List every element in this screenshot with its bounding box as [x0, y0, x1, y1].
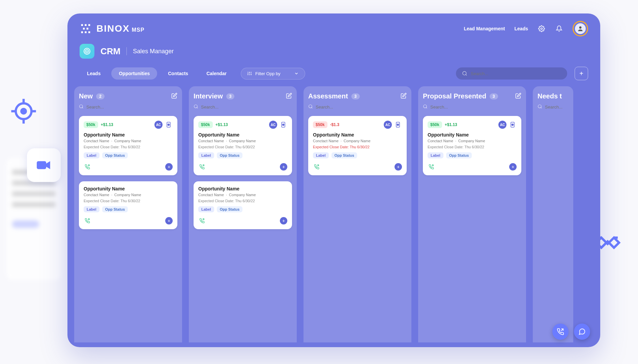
column-search-input[interactable]	[201, 104, 292, 110]
account-icon: $	[509, 121, 517, 129]
search-icon	[538, 104, 542, 110]
svg-rect-14	[88, 31, 90, 33]
column-search-input[interactable]	[316, 104, 407, 110]
kanban-column: Interview3$50k+$1.13AC$Opportunity NameC…	[189, 86, 297, 342]
edit-column-icon[interactable]	[171, 93, 177, 100]
filter-dropdown[interactable]: Filter Opp by	[241, 68, 305, 80]
card-stats-row: $50k+$1.13AC$	[428, 121, 517, 129]
global-search[interactable]	[456, 67, 567, 80]
svg-point-29	[463, 71, 466, 75]
opportunity-card[interactable]: Opportunity NameConctact Name · Company …	[194, 181, 292, 229]
opportunity-card[interactable]: $50k+$1.13AC$Opportunity NameConctact Na…	[79, 116, 177, 175]
svg-point-19	[87, 51, 87, 52]
settings-icon[interactable]	[538, 25, 546, 33]
opportunity-card[interactable]: $50k+$1.13AC$Opportunity NameConctact Na…	[194, 116, 292, 175]
account-icon: $	[394, 121, 402, 129]
tab-leads[interactable]: Leads	[80, 67, 108, 80]
global-search-input[interactable]	[471, 71, 561, 76]
add-button[interactable]: +	[575, 67, 588, 80]
svg-point-43	[424, 105, 427, 108]
opportunity-card[interactable]: Opportunity NameConctact Name · Company …	[79, 181, 177, 229]
column-title: Interview	[194, 92, 223, 100]
label-chip[interactable]: Label	[198, 152, 214, 158]
delta-value: -$1.3	[330, 122, 339, 127]
call-out-icon[interactable]	[84, 163, 91, 171]
svg-rect-6	[37, 161, 46, 169]
column-search-input[interactable]	[430, 104, 521, 110]
bell-icon[interactable]	[555, 25, 563, 33]
kanban-board: New2$50k+$1.13AC$Opportunity NameConctac…	[67, 86, 600, 342]
opportunity-subtitle: Conctact Name · Company Name	[198, 139, 287, 143]
card-add-button[interactable]: +	[280, 163, 287, 171]
page-app-title: CRM	[100, 46, 120, 57]
user-avatar[interactable]	[573, 21, 588, 36]
app-window: BINOX MSP Lead Management Leads CRM	[67, 13, 600, 347]
call-out-icon[interactable]	[198, 217, 206, 224]
tab-opportunities[interactable]: Opportunities	[111, 67, 157, 80]
edit-column-icon[interactable]	[286, 93, 292, 100]
svg-line-36	[197, 108, 198, 109]
nav-leads[interactable]: Leads	[515, 26, 528, 31]
amount-badge: $50k	[84, 121, 98, 128]
edit-column-icon[interactable]	[401, 93, 407, 100]
call-out-icon[interactable]	[84, 217, 91, 224]
edit-column-icon[interactable]	[515, 93, 521, 100]
fab-call[interactable]	[552, 324, 569, 340]
column-search[interactable]	[308, 104, 407, 110]
logo-mark-icon	[80, 23, 92, 35]
svg-rect-7	[81, 24, 83, 26]
svg-rect-13	[85, 31, 86, 33]
video-camera-icon	[27, 148, 61, 182]
fab-row	[552, 324, 590, 340]
status-chip[interactable]: Opp Status	[217, 206, 243, 212]
close-date: Expected Close Date: Thu 6/30/22	[313, 145, 402, 149]
brand-suffix: MSP	[132, 27, 145, 33]
card-add-button[interactable]: +	[280, 217, 287, 224]
card-add-button[interactable]: +	[165, 217, 173, 224]
opportunity-card[interactable]: $50k-$1.3AC$Opportunity NameConctact Nam…	[308, 116, 407, 175]
svg-line-48	[541, 108, 542, 109]
column-search-input[interactable]	[545, 104, 600, 110]
call-out-icon[interactable]	[428, 163, 435, 171]
fab-chat[interactable]	[574, 324, 590, 340]
status-chip[interactable]: Opp Status	[331, 152, 357, 158]
status-chip[interactable]: Opp Status	[446, 152, 472, 158]
nav-lead-management[interactable]: Lead Management	[464, 26, 505, 31]
chip-row: LabelOpp Status	[84, 206, 173, 212]
column-search[interactable]	[423, 104, 521, 110]
chip-row: LabelOpp Status	[198, 152, 287, 158]
call-out-icon[interactable]	[198, 163, 206, 171]
label-chip[interactable]: Label	[313, 152, 329, 158]
call-out-icon[interactable]	[313, 163, 320, 171]
column-search[interactable]	[194, 104, 292, 110]
chip-row: LabelOpp Status	[428, 152, 517, 158]
account-icon: $	[279, 121, 287, 129]
label-chip[interactable]: Label	[198, 206, 214, 212]
card-add-button[interactable]: +	[165, 163, 173, 171]
label-chip[interactable]: Label	[428, 152, 443, 158]
column-search-input[interactable]	[86, 104, 177, 110]
svg-point-47	[538, 105, 541, 108]
column-search[interactable]	[79, 104, 177, 110]
card-stats-row: $50k-$1.3AC$	[313, 121, 402, 129]
opportunity-subtitle: Conctact Name · Company Name	[428, 139, 517, 143]
tab-calendar[interactable]: Calendar	[199, 67, 234, 80]
tab-contacts[interactable]: Contacts	[161, 67, 196, 80]
card-add-button[interactable]: +	[509, 163, 517, 171]
opportunity-subtitle: Conctact Name · Company Name	[198, 193, 287, 197]
target-icon	[7, 94, 40, 128]
card-footer: +	[198, 163, 287, 171]
card-add-button[interactable]: +	[395, 163, 402, 171]
status-chip[interactable]: Opp Status	[217, 152, 243, 158]
opportunity-card[interactable]: $50k+$1.13AC$Opportunity NameConctact Na…	[423, 116, 521, 175]
search-icon	[194, 104, 198, 110]
label-chip[interactable]: Label	[84, 152, 99, 158]
status-chip[interactable]: Opp Status	[102, 206, 128, 212]
search-icon	[462, 71, 467, 76]
label-chip[interactable]: Label	[84, 206, 99, 212]
svg-text:$: $	[512, 124, 513, 126]
brand-logo[interactable]: BINOX MSP	[80, 23, 144, 35]
svg-rect-10	[83, 28, 85, 29]
status-chip[interactable]: Opp Status	[102, 152, 128, 158]
column-search[interactable]	[538, 104, 569, 110]
